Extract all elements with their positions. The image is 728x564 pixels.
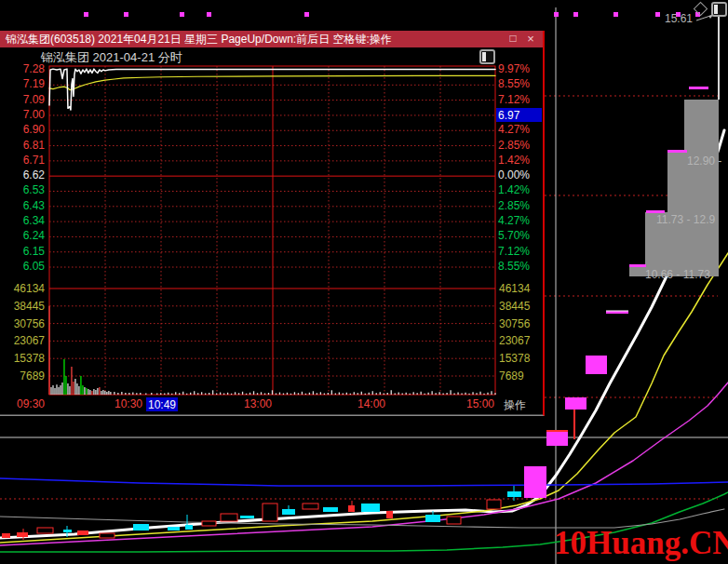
candle-red [348, 505, 355, 512]
time-axis-label: 09:30 [17, 397, 45, 410]
price-axis-label: 7.28 [0, 62, 45, 75]
intraday-popup-window[interactable]: 锦泓集团(603518) 2021年04月21日 星期三 PageUp/Down… [0, 31, 545, 416]
price-axis-label: 6.71 [0, 154, 45, 167]
volume-axis-label: 46134 [0, 282, 45, 295]
pct-axis-label: 9.97% [498, 62, 541, 75]
candle-red-hollow [37, 528, 53, 533]
volume-axis-label: 38445 [499, 300, 542, 313]
volume-axis-label: 38445 [0, 300, 45, 313]
volume-axis-label: 7689 [499, 369, 542, 383]
candle-cyan [168, 527, 180, 530]
volume-axis-label: 15378 [499, 352, 542, 365]
candle-red-hollow [202, 521, 216, 526]
price-axis-label: 6.53 [0, 183, 45, 196]
zoom-candle-block [629, 267, 645, 276]
panel-toggle-icon[interactable] [479, 49, 495, 64]
alert-dot [180, 12, 184, 17]
pct-axis-label: 7.12% [498, 245, 541, 258]
pct-axis-label: 1.42% [498, 183, 541, 196]
price-axis-label: 6.05 [0, 260, 45, 273]
volume-axis-label: 15378 [0, 352, 45, 365]
price-axis-label: 6.15 [0, 245, 45, 258]
alert-dot [124, 12, 128, 17]
price-range-label: 10.66 - 11.73 [645, 268, 710, 281]
candle-red-hollow [263, 504, 277, 521]
volume-axis-label: 46134 [499, 282, 542, 295]
popup-title: 锦泓集团(603518) 2021年04月21日 星期三 PageUp/Down… [6, 33, 392, 46]
volume-axis-label: 23067 [0, 334, 45, 347]
close-button[interactable]: × [523, 31, 538, 47]
block-open-cap [667, 150, 687, 153]
price-axis-label: 6.81 [0, 139, 45, 152]
signal-box [546, 432, 568, 446]
pct-axis-label: 8.55% [498, 260, 541, 273]
candle-cyan [240, 516, 254, 518]
price-axis-label: 7.09 [0, 93, 45, 106]
block-open-cap [629, 264, 646, 267]
crosshair-price-box: 6.97 [496, 108, 542, 122]
zoom-candle-block [684, 100, 719, 276]
candle-red-hollow [303, 504, 318, 509]
candle-cyan [133, 524, 149, 530]
maximize-button[interactable]: □ [506, 31, 520, 47]
pct-axis-label: 5.70% [498, 229, 541, 242]
signal-box [524, 466, 546, 498]
time-axis-label: 14:00 [357, 397, 385, 410]
pct-axis-label: 2.85% [498, 139, 541, 152]
screen: 15.61 10Huang.CN 锦泓集团(603518) 2021年04月21… [0, 0, 728, 564]
alert-dot [613, 12, 618, 17]
candle-red [386, 511, 393, 518]
candle-red-hollow [447, 517, 461, 524]
candle-cyan [323, 507, 338, 512]
price-axis-label: 6.34 [0, 214, 45, 227]
candle-red [77, 530, 88, 535]
popup-chart-header: 锦泓集团 2021-04-21 分时 [41, 49, 182, 66]
intraday-chart-canvas[interactable] [0, 31, 545, 416]
alert-dot [554, 12, 559, 17]
pct-axis-label: 4.27% [498, 214, 541, 227]
price-axis-label: 7.00 [0, 108, 45, 121]
price-axis-label: 6.43 [0, 199, 45, 212]
volume-axis-label: 23067 [499, 334, 542, 347]
price-axis-label: 6.62 [0, 168, 45, 181]
candle-cyan [507, 491, 521, 497]
time-axis-label: 10:30 [115, 397, 142, 410]
volume-axis-label: 7689 [0, 369, 45, 383]
popup-title-bar[interactable]: 锦泓集团(603518) 2021年04月21日 星期三 PageUp/Down… [0, 31, 543, 47]
candle-cyan [425, 515, 440, 522]
price-axis-label: 7.19 [0, 77, 45, 90]
pct-axis-label: 0.00% [498, 168, 541, 181]
alert-dot [655, 12, 660, 17]
block-open-cap [689, 87, 708, 89]
volume-axis-label: 30756 [0, 317, 45, 330]
ma-blue-line [0, 478, 728, 486]
crosshair-time-box: 10:49 [146, 397, 178, 411]
candle-cyan [282, 509, 295, 515]
pct-axis-label: 4.27% [498, 123, 541, 136]
high-price-label: 15.61 [665, 12, 693, 25]
candle-red [17, 532, 28, 537]
volume-axis-label: 30756 [499, 317, 542, 330]
panel-toggle-icon[interactable] [711, 2, 727, 17]
candle-red-hollow [100, 533, 115, 538]
pct-axis-label: 1.42% [498, 154, 541, 167]
candle-cyan [361, 504, 380, 512]
time-axis-label: 15:00 [466, 397, 494, 410]
pct-axis-label: 2.85% [498, 199, 541, 212]
candle-cyan [185, 525, 193, 530]
signal-box [586, 356, 607, 374]
alert-dot [573, 12, 578, 17]
pct-axis-label: 7.12% [498, 93, 541, 106]
pct-axis-label: 8.55% [498, 77, 541, 90]
action-label[interactable]: 操作 [504, 397, 526, 413]
price-axis-label: 6.90 [0, 123, 45, 136]
candle-red-hollow [221, 514, 237, 521]
price-range-label: 11.73 - 12.9 [656, 213, 715, 226]
signal-box [565, 397, 586, 410]
alert-dot [207, 12, 211, 17]
candle-cyan [63, 530, 72, 532]
price-axis-label: 6.24 [0, 229, 45, 242]
watermark: 10Huang.CN [554, 525, 728, 562]
time-axis-label: 13:00 [244, 397, 272, 410]
price-range-label: 12.90 - [687, 154, 721, 168]
